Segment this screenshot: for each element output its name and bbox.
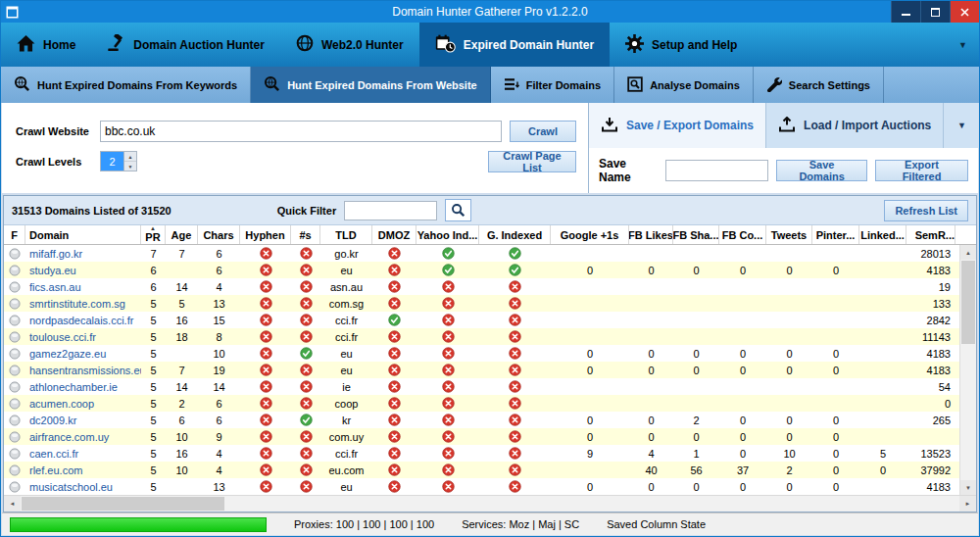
table-row[interactable]: smrtinstitute.com.sg5513com.sg133 xyxy=(4,295,959,312)
column-header-tld[interactable]: TLD xyxy=(320,225,372,244)
table-row[interactable]: rlef.eu.com5104eu.com40563720037992 xyxy=(4,462,959,478)
cell-domain[interactable]: athlonechamber.ie xyxy=(25,378,141,395)
crawl-levels-spinner[interactable]: 2 ▲ ▼ xyxy=(100,151,137,171)
tab-save-export-domains[interactable]: Save / Export Domains xyxy=(589,103,766,148)
column-header-pin[interactable]: Pinter... xyxy=(812,225,859,244)
cell-domain[interactable]: fics.asn.au xyxy=(25,278,141,295)
table-row[interactable]: musicatschool.eu513eu0000004183 xyxy=(4,478,959,495)
cell-domain[interactable]: studya.eu xyxy=(25,262,141,278)
export-overflow-caret[interactable]: ▼ xyxy=(946,103,978,148)
vertical-scrollbar[interactable]: ▲ ▼ xyxy=(959,245,976,495)
maximize-button[interactable] xyxy=(920,1,950,23)
refresh-list-button[interactable]: Refresh List xyxy=(884,200,968,221)
cell-domain[interactable]: airfrance.com.uy xyxy=(25,428,141,445)
cell-f[interactable] xyxy=(4,362,25,378)
close-button[interactable] xyxy=(950,1,979,23)
column-header-yahoo[interactable]: Yahoo Ind... xyxy=(416,225,479,244)
nav-expired-domain-hunter[interactable]: Expired Domain Hunter xyxy=(419,23,610,67)
cell-f[interactable] xyxy=(4,462,25,478)
cell-f[interactable] xyxy=(4,412,25,428)
column-header-li[interactable]: Linked... xyxy=(859,225,906,244)
tab-hunt-from-keywords[interactable]: Hunt Expired Domains From Keywords xyxy=(1,67,251,103)
vertical-scroll-thumb[interactable] xyxy=(961,261,975,344)
nav-web20-hunter[interactable]: Web2.0 Hunter xyxy=(280,23,419,67)
table-row[interactable]: mifaff.go.kr776go.kr28013 xyxy=(4,245,959,262)
column-header-f[interactable]: F xyxy=(4,225,25,244)
scroll-right-icon[interactable]: ► xyxy=(959,496,976,512)
scroll-down-icon[interactable]: ▼ xyxy=(960,480,976,495)
cell-domain[interactable]: caen.cci.fr xyxy=(25,445,141,462)
column-header-fbsh[interactable]: FB Sha... xyxy=(673,225,719,244)
cell-domain[interactable]: hansentransmissions.eu xyxy=(25,362,141,378)
cell-f[interactable] xyxy=(4,445,25,462)
spinner-down-icon[interactable]: ▼ xyxy=(124,162,136,171)
crawl-page-list-button[interactable]: Crawl Page List xyxy=(488,151,576,172)
column-header-domain[interactable]: Domain xyxy=(25,225,141,244)
cell-domain[interactable]: toulouse.cci.fr xyxy=(25,328,141,345)
save-domains-button[interactable]: Save Domains xyxy=(776,160,867,181)
column-header-age[interactable]: Age xyxy=(166,225,198,244)
table-row[interactable]: caen.cci.fr5164cci.fr9410100513523 xyxy=(4,445,959,462)
column-header-dmoz[interactable]: DMOZ xyxy=(372,225,416,244)
cell-domain[interactable]: rlef.eu.com xyxy=(25,462,141,478)
save-name-input[interactable] xyxy=(665,160,768,181)
tab-analyse-domains[interactable]: Analyse Domains xyxy=(614,67,754,103)
scroll-left-icon[interactable]: ◄ xyxy=(4,496,21,512)
quick-filter-search-button[interactable] xyxy=(445,199,471,221)
tab-search-settings[interactable]: Search Settings xyxy=(754,67,884,103)
table-row[interactable]: toulouse.cci.fr5188cci.fr11143 xyxy=(4,328,959,345)
tab-hunt-from-website[interactable]: Hunt Expired Domains From Website xyxy=(251,67,491,103)
cell-domain[interactable]: dc2009.kr xyxy=(25,412,141,428)
horizontal-scrollbar[interactable]: ◄ ► xyxy=(4,495,976,512)
column-header-gind[interactable]: G. Indexed xyxy=(479,225,551,244)
table-row[interactable]: hansentransmissions.eu5719eu0000004183 xyxy=(4,362,959,378)
cell-f[interactable] xyxy=(4,395,25,412)
spinner-up-icon[interactable]: ▲ xyxy=(124,152,136,162)
cell-domain[interactable]: nordpasdecalais.cci.fr xyxy=(25,312,141,328)
cell-f[interactable] xyxy=(4,245,25,262)
table-row[interactable]: airfrance.com.uy5109com.uy000000 xyxy=(4,428,959,445)
column-header-fbl[interactable]: FB Likes xyxy=(629,225,673,244)
cell-f[interactable] xyxy=(4,328,25,345)
scroll-up-icon[interactable]: ▲ xyxy=(960,245,976,260)
horizontal-scroll-thumb[interactable] xyxy=(22,497,224,511)
cell-f[interactable] xyxy=(4,262,25,278)
column-header-pr[interactable]: PR▲ xyxy=(141,225,166,244)
cell-f[interactable] xyxy=(4,478,25,495)
cell-f[interactable] xyxy=(4,278,25,295)
table-row[interactable]: fics.asn.au6144asn.au19 xyxy=(4,278,959,295)
nav-home[interactable]: Home xyxy=(1,23,91,67)
nav-domain-auction-hunter[interactable]: Domain Auction Hunter xyxy=(91,23,280,67)
tab-load-import-auctions[interactable]: Load / Import Auctions xyxy=(766,103,944,148)
column-header-hyphen[interactable]: Hyphen xyxy=(240,225,291,244)
column-header-g1[interactable]: Google +1s xyxy=(551,225,629,244)
cell-domain[interactable]: smrtinstitute.com.sg xyxy=(25,295,141,312)
column-header-tw[interactable]: Tweets xyxy=(766,225,812,244)
minimize-button[interactable] xyxy=(891,1,920,23)
table-row[interactable]: athlonechamber.ie51414ie54 xyxy=(4,378,959,395)
quick-filter-input[interactable] xyxy=(344,201,437,220)
cell-domain[interactable]: musicatschool.eu xyxy=(25,478,141,495)
export-filtered-button[interactable]: Export Filtered xyxy=(875,160,968,181)
column-header-semr[interactable]: SemR... xyxy=(906,225,956,244)
cell-domain[interactable]: acumen.coop xyxy=(25,395,141,412)
table-row[interactable]: gamez2gaze.eu510eu0000004183 xyxy=(4,345,959,362)
cell-f[interactable] xyxy=(4,428,25,445)
table-row[interactable]: nordpasdecalais.cci.fr51615cci.fr2842 xyxy=(4,312,959,328)
cell-domain[interactable]: gamez2gaze.eu xyxy=(25,345,141,362)
table-row[interactable]: dc2009.kr566kr002000265 xyxy=(4,412,959,428)
crawl-website-input[interactable] xyxy=(100,121,502,142)
cell-f[interactable] xyxy=(4,312,25,328)
table-row[interactable]: studya.eu66eu0000004183 xyxy=(4,262,959,278)
cell-f[interactable] xyxy=(4,378,25,395)
nav-setup-and-help[interactable]: Setup and Help xyxy=(610,23,753,67)
column-header-chars[interactable]: Chars xyxy=(198,225,240,244)
column-header-nums[interactable]: #s xyxy=(291,225,320,244)
cell-f[interactable] xyxy=(4,345,25,362)
column-header-fbc[interactable]: FB Co... xyxy=(719,225,766,244)
nav-overflow-caret[interactable]: ▼ xyxy=(947,23,979,67)
cell-domain[interactable]: mifaff.go.kr xyxy=(25,245,141,262)
table-row[interactable]: acumen.coop526coop0 xyxy=(4,395,959,412)
cell-f[interactable] xyxy=(4,295,25,312)
crawl-button[interactable]: Crawl xyxy=(510,121,576,142)
